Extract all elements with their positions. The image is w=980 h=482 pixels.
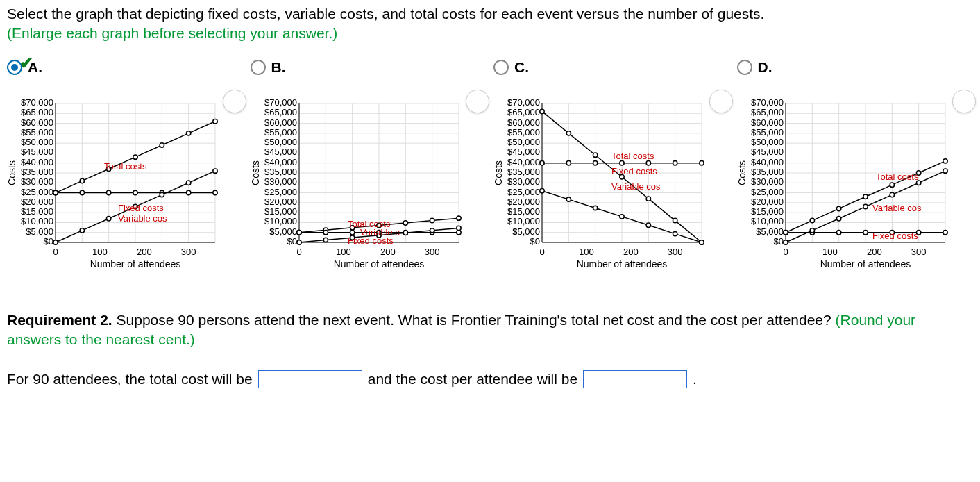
svg-point-134: [456, 226, 460, 230]
svg-point-58: [213, 190, 217, 194]
svg-point-183: [540, 109, 544, 113]
option-A-header[interactable]: ✔ A.: [7, 59, 244, 76]
chart-A: $0$5,000$10,000$15,000$20,000$25,000$30,…: [7, 97, 244, 277]
svg-text:$40,000: $40,000: [751, 156, 784, 167]
svg-point-55: [133, 190, 137, 194]
svg-point-132: [403, 231, 407, 235]
fillins-tail: .: [693, 371, 697, 388]
fillins-lead: For 90 attendees, the total cost will be: [7, 371, 253, 388]
svg-text:$60,000: $60,000: [21, 117, 53, 127]
svg-text:$65,000: $65,000: [21, 107, 53, 117]
option-D[interactable]: D. $0$5,000$10,000$15,000$20,000$25,000$…: [737, 59, 974, 277]
enlarge-button[interactable]: [709, 90, 733, 113]
svg-point-270: [890, 183, 894, 187]
cost-per-attendee-input[interactable]: [583, 370, 687, 388]
option-B[interactable]: B. $0$5,000$10,000$15,000$20,000$25,000$…: [251, 59, 487, 277]
svg-point-255: [863, 230, 867, 234]
svg-point-119: [430, 218, 434, 222]
svg-text:Costs: Costs: [493, 160, 504, 185]
svg-point-184: [566, 131, 571, 135]
requirement-text: Suppose 90 persons attend the next event…: [117, 312, 831, 328]
option-label: B.: [271, 59, 286, 76]
svg-text:Number of attendees: Number of attendees: [577, 258, 668, 269]
question-prompt: Select the graph that depicting fixed co…: [7, 6, 764, 22]
radio-icon[interactable]: [493, 60, 509, 75]
svg-point-190: [540, 160, 544, 165]
svg-text:Fixed costs: Fixed costs: [118, 203, 164, 213]
total-cost-input[interactable]: [258, 370, 362, 388]
svg-text:$5,000: $5,000: [269, 226, 297, 236]
svg-text:$30,000: $30,000: [264, 176, 297, 187]
svg-point-262: [863, 204, 867, 208]
svg-text:Costs: Costs: [7, 160, 17, 185]
svg-text:$50,000: $50,000: [507, 137, 540, 147]
radio-icon[interactable]: [737, 60, 752, 75]
svg-text:$35,000: $35,000: [507, 167, 540, 177]
svg-point-188: [673, 218, 677, 222]
svg-point-258: [943, 230, 947, 234]
svg-point-200: [620, 214, 624, 218]
svg-point-192: [593, 160, 597, 165]
enlarge-button[interactable]: [223, 90, 246, 113]
svg-point-64: [186, 181, 190, 185]
svg-text:$45,000: $45,000: [507, 147, 540, 157]
fillins-mid: and the cost per attendee will be: [368, 371, 577, 388]
svg-point-57: [186, 190, 190, 194]
svg-point-123: [350, 230, 354, 234]
svg-text:$55,000: $55,000: [751, 127, 784, 138]
svg-text:$20,000: $20,000: [507, 197, 540, 207]
check-icon: ✔: [19, 53, 33, 73]
svg-text:0: 0: [783, 247, 788, 257]
svg-point-198: [566, 197, 571, 201]
svg-point-51: [213, 119, 217, 123]
svg-text:0: 0: [539, 247, 544, 257]
svg-point-60: [80, 228, 84, 232]
svg-text:$30,000: $30,000: [507, 176, 540, 187]
option-C-header[interactable]: C.: [493, 59, 730, 76]
svg-text:$25,000: $25,000: [264, 186, 297, 197]
svg-text:$45,000: $45,000: [21, 147, 53, 157]
svg-text:200: 200: [137, 247, 152, 257]
svg-point-120: [456, 216, 460, 220]
svg-point-65: [213, 169, 217, 173]
svg-text:$40,000: $40,000: [264, 156, 297, 167]
svg-point-59: [53, 240, 58, 244]
option-A[interactable]: ✔ A. $0$5,000$10,000$15,000$20,000$25,00…: [7, 59, 244, 277]
svg-point-50: [186, 131, 190, 135]
svg-text:0: 0: [296, 247, 301, 257]
svg-text:$5,000: $5,000: [512, 226, 540, 236]
svg-text:Variable c: Variable c: [360, 227, 400, 238]
svg-point-133: [430, 228, 434, 232]
enlarge-button[interactable]: [466, 90, 489, 113]
svg-text:$30,000: $30,000: [21, 176, 53, 187]
svg-text:$35,000: $35,000: [264, 167, 297, 177]
chart-C: $0$5,000$10,000$15,000$20,000$25,000$30,…: [493, 97, 730, 277]
svg-text:Variable cos: Variable cos: [118, 213, 167, 224]
svg-text:200: 200: [623, 247, 639, 257]
option-label: D.: [758, 59, 772, 76]
enlarge-button[interactable]: [952, 90, 976, 113]
svg-point-118: [403, 220, 407, 224]
svg-text:$55,000: $55,000: [507, 127, 540, 138]
svg-point-201: [646, 223, 650, 227]
question-note: (Enlarge each graph before selecting you…: [7, 25, 337, 41]
radio-icon[interactable]: [251, 60, 266, 75]
svg-text:$15,000: $15,000: [264, 206, 297, 217]
svg-point-197: [540, 188, 544, 192]
requirement-label: Requirement 2.: [7, 312, 112, 328]
svg-text:300: 300: [668, 247, 683, 257]
svg-point-121: [296, 230, 301, 234]
option-D-header[interactable]: D.: [737, 59, 974, 76]
option-B-header[interactable]: B.: [251, 59, 487, 76]
svg-point-202: [673, 231, 677, 235]
svg-point-254: [836, 230, 840, 234]
svg-text:100: 100: [579, 247, 594, 257]
svg-point-199: [593, 206, 597, 210]
option-C[interactable]: C. $0$5,000$10,000$15,000$20,000$25,000$…: [493, 59, 730, 277]
svg-text:$50,000: $50,000: [264, 137, 297, 147]
svg-text:Number of attendees: Number of attendees: [90, 258, 181, 269]
svg-text:$15,000: $15,000: [21, 206, 53, 217]
svg-text:$15,000: $15,000: [507, 206, 540, 217]
requirement-2: Requirement 2. Suppose 90 persons attend…: [7, 310, 973, 350]
svg-point-54: [106, 190, 110, 194]
